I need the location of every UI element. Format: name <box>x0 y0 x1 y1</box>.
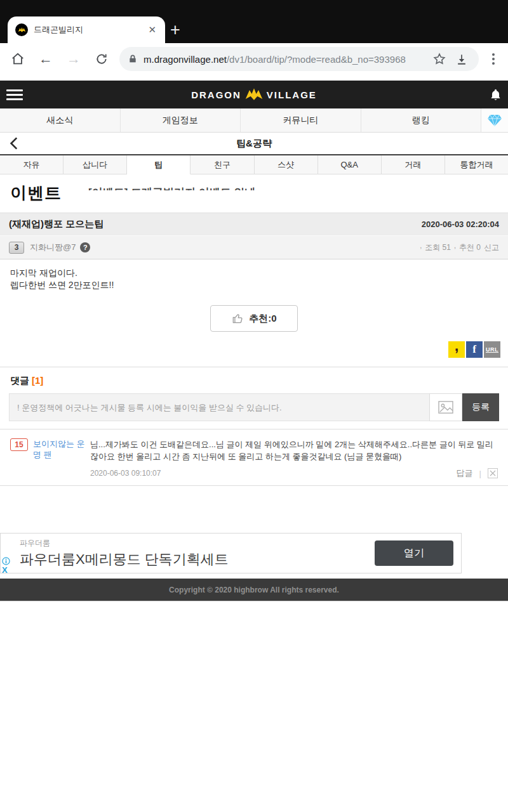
browser-tab[interactable]: 드래곤빌리지 ✕ <box>8 16 165 43</box>
diamond-icon[interactable] <box>481 108 508 132</box>
footer: Copyright © 2020 highbrow All rights res… <box>0 579 508 601</box>
ad-close-button[interactable]: X <box>2 565 8 575</box>
attach-image-button[interactable] <box>429 393 462 421</box>
tick-icon: , <box>454 242 456 249</box>
board-title: 팁&공략 <box>236 138 272 150</box>
download-icon[interactable] <box>451 47 472 71</box>
refresh-icon[interactable] <box>88 45 116 73</box>
vote-button[interactable]: 추천:0 <box>210 305 298 332</box>
url-domain: m.dragonvillage.net <box>144 54 227 65</box>
vote-label: 추천:0 <box>249 313 276 325</box>
tab-trade[interactable]: 거래 <box>382 155 445 174</box>
tab-close-icon[interactable]: ✕ <box>145 23 159 37</box>
view-count: 조회 51 <box>425 242 451 253</box>
tab-free[interactable]: 자유 <box>0 155 64 174</box>
logo-text-right: VILLAGE <box>267 89 317 100</box>
address-bar[interactable]: m.dragonvillage.net/dv1/board/tip/?mode=… <box>119 47 479 71</box>
report-link[interactable]: 신고 <box>484 242 499 253</box>
back-icon[interactable]: ← <box>32 45 60 73</box>
post-content: 마지막 재업이다. 렙다한번 쓰면 2만포인트!! <box>0 259 508 291</box>
url-text: m.dragonvillage.net/dv1/board/tip/?mode=… <box>144 54 428 65</box>
author-level-badge: 3 <box>9 242 24 254</box>
lock-icon <box>128 54 137 64</box>
ad-headline: 파우더룸X메리몽드 단독기획세트 <box>20 550 375 569</box>
copyright-text: Copyright © 2020 highbrow All rights res… <box>169 586 339 594</box>
empty-space <box>0 486 508 533</box>
comment-author-name[interactable]: 보이지않는 운명 팬 <box>33 438 85 479</box>
url-path: /dv1/board/tip/?mode=read&b_no=393968 <box>227 54 406 65</box>
actions-divider: | <box>479 469 481 478</box>
notification-bell-icon[interactable] <box>485 88 502 102</box>
tab-qna[interactable]: Q&A <box>318 155 382 174</box>
post-stats: , 조회 51 , 추천 0 신고 <box>420 242 499 253</box>
browser-menu-icon[interactable] <box>483 45 504 73</box>
post-title-bar: (재재업)랭포 모으는팁 2020-06-03 02:20:04 <box>0 213 508 236</box>
tab-screenshot[interactable]: 스샷 <box>255 155 318 174</box>
image-icon <box>438 400 454 414</box>
comments-count: [1] <box>32 375 43 386</box>
post-content-line: 렙다한번 쓰면 2만포인트!! <box>10 279 498 291</box>
comment-input[interactable] <box>9 393 429 421</box>
nav-item-news[interactable]: 새소식 <box>0 108 121 132</box>
event-ticker-label: 이벤트 <box>10 183 62 202</box>
top-nav: 새소식 게임정보 커뮤니티 랭킹 <box>0 108 508 133</box>
event-ticker-clip[interactable]: [이벤트] 드래곤빌리지 이벤트 안내 <box>88 185 444 190</box>
delete-comment-icon[interactable] <box>488 468 498 478</box>
forward-icon[interactable]: → <box>60 45 88 73</box>
browser-tab-strip: 드래곤빌리지 ✕ + <box>0 0 508 43</box>
comment-item: 15 보이지않는 운명 팬 님...제가봐도 이건 도배같은데요...님 글이 … <box>0 429 508 485</box>
like-count: 추천 0 <box>459 242 481 253</box>
nav-item-community[interactable]: 커뮤니티 <box>241 108 361 132</box>
comment-text: 님...제가봐도 이건 도배같은데요...님 글이 제일 위에있으니까 밑에 2… <box>90 438 500 462</box>
site-header: DRAGON VILLAGE <box>0 81 508 108</box>
kakaostory-share-icon[interactable]: , <box>448 341 465 358</box>
footer-divider <box>0 601 508 601</box>
post-date: 2020-06-03 02:20:04 <box>422 219 499 229</box>
share-row: , f URL <box>0 332 508 358</box>
ad-advertiser: 파우더룸 <box>20 538 375 549</box>
page-top-gap <box>0 75 508 81</box>
comment-submit-button[interactable]: 등록 <box>462 393 499 421</box>
post-title: (재재업)랭포 모으는팁 <box>9 218 104 230</box>
home-icon[interactable] <box>4 45 32 73</box>
tab-title: 드래곤빌리지 <box>34 24 145 36</box>
comment-date: 2020-06-03 09:10:07 <box>90 469 161 478</box>
event-ticker-text: [이벤트] 드래곤빌리지 이벤트 안내 <box>88 187 256 190</box>
logo-text-left: DRAGON <box>191 89 241 100</box>
author-name: 지화니짱@7 <box>30 242 76 253</box>
reply-button[interactable]: 답글 <box>457 468 473 479</box>
tick-icon: , <box>420 242 422 249</box>
site-logo[interactable]: DRAGON VILLAGE <box>191 88 317 102</box>
nav-item-ranking[interactable]: 랭킹 <box>361 108 482 132</box>
comments-title: 댓글 <box>10 375 29 386</box>
tab-tip[interactable]: 팁 <box>127 155 190 174</box>
post-author-bar: 3 지화니짱@7 ? , 조회 51 , 추천 0 신고 <box>0 236 508 259</box>
tab-total-trade[interactable]: 통합거래 <box>445 155 508 174</box>
ad-open-button[interactable]: 열기 <box>375 540 453 566</box>
dragon-icon <box>244 88 264 102</box>
nav-item-gameinfo[interactable]: 게임정보 <box>121 108 241 132</box>
facebook-share-icon[interactable]: f <box>466 341 483 358</box>
site-favicon <box>15 23 28 36</box>
board-header: 팁&공략 <box>0 133 508 154</box>
footer-gap <box>0 573 508 579</box>
menu-icon[interactable] <box>6 89 23 100</box>
url-copy-icon[interactable]: URL <box>484 341 500 358</box>
comment-level-badge: 15 <box>10 438 28 451</box>
ad-banner: X 파우더룸 파우더룸X메리몽드 단독기획세트 열기 <box>0 533 462 573</box>
back-chevron-icon[interactable] <box>6 135 23 152</box>
thumbs-up-icon <box>231 312 244 325</box>
board-tabs: 자유 삽니다 팁 친구 스샷 Q&A 거래 통합거래 <box>0 154 508 174</box>
comments-header: 댓글[1] <box>0 367 508 392</box>
tab-buy[interactable]: 삽니다 <box>64 155 127 174</box>
help-icon[interactable]: ? <box>80 242 90 252</box>
ad-texts[interactable]: 파우더룸 파우더룸X메리몽드 단독기획세트 <box>20 538 375 569</box>
bookmark-star-icon[interactable] <box>428 47 451 71</box>
post-content-line: 마지막 재업이다. <box>10 267 498 279</box>
browser-toolbar: ← → m.dragonvillage.net/dv1/board/tip/?m… <box>0 43 508 75</box>
comment-input-row: 등록 <box>9 393 499 421</box>
event-ticker: 이벤트 [이벤트] 드래곤빌리지 이벤트 안내 <box>0 174 508 207</box>
new-tab-button[interactable]: + <box>170 20 180 39</box>
tab-friend[interactable]: 친구 <box>190 155 254 174</box>
